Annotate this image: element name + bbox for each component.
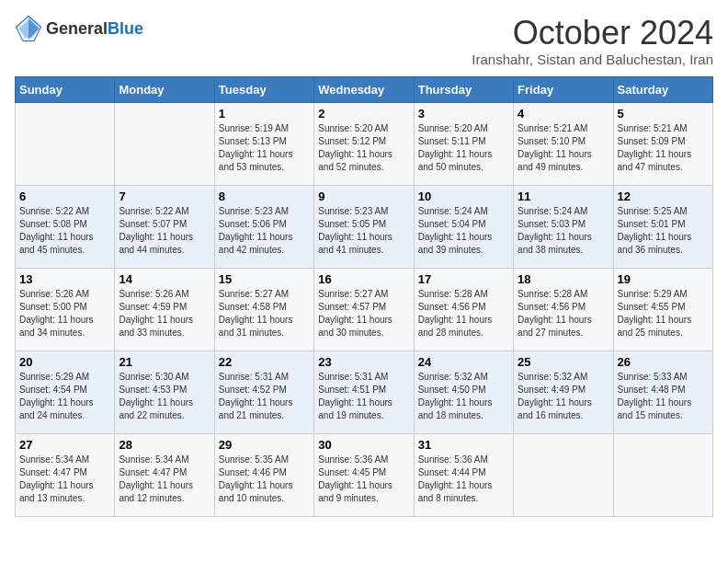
calendar-cell: 10Sunrise: 5:24 AMSunset: 5:04 PMDayligh… (414, 185, 513, 268)
day-number: 29 (219, 438, 310, 452)
calendar-cell: 13Sunrise: 5:26 AMSunset: 5:00 PMDayligh… (16, 268, 115, 350)
weekday-header: Sunday (16, 76, 115, 102)
calendar-cell: 2Sunrise: 5:20 AMSunset: 5:12 PMDaylight… (314, 102, 414, 185)
day-number: 21 (119, 355, 210, 369)
day-info: Sunrise: 5:34 AMSunset: 4:47 PMDaylight:… (19, 454, 110, 505)
day-info: Sunrise: 5:20 AMSunset: 5:11 PMDaylight:… (418, 122, 509, 174)
day-number: 5 (618, 107, 709, 121)
day-number: 26 (618, 355, 709, 369)
day-number: 22 (219, 355, 310, 369)
calendar-cell: 6Sunrise: 5:22 AMSunset: 5:08 PMDaylight… (16, 185, 115, 268)
calendar-cell: 23Sunrise: 5:31 AMSunset: 4:51 PMDayligh… (314, 350, 414, 433)
day-info: Sunrise: 5:19 AMSunset: 5:13 PMDaylight:… (219, 122, 310, 174)
weekday-header: Monday (115, 76, 214, 102)
calendar-cell: 3Sunrise: 5:20 AMSunset: 5:11 PMDaylight… (414, 102, 513, 185)
day-info: Sunrise: 5:21 AMSunset: 5:09 PMDaylight:… (618, 122, 709, 174)
day-info: Sunrise: 5:32 AMSunset: 4:49 PMDaylight:… (518, 371, 609, 422)
calendar-cell: 29Sunrise: 5:35 AMSunset: 4:46 PMDayligh… (214, 433, 313, 516)
calendar-cell: 19Sunrise: 5:29 AMSunset: 4:55 PMDayligh… (613, 268, 712, 350)
day-number: 28 (119, 438, 210, 452)
day-info: Sunrise: 5:23 AMSunset: 5:05 PMDaylight:… (318, 205, 409, 257)
day-info: Sunrise: 5:29 AMSunset: 4:54 PMDaylight:… (19, 371, 110, 422)
day-info: Sunrise: 5:26 AMSunset: 4:59 PMDaylight:… (119, 288, 210, 339)
calendar-cell: 4Sunrise: 5:21 AMSunset: 5:10 PMDaylight… (514, 102, 613, 185)
day-info: Sunrise: 5:31 AMSunset: 4:51 PMDaylight:… (318, 371, 409, 422)
calendar-cell: 15Sunrise: 5:27 AMSunset: 4:58 PMDayligh… (214, 268, 313, 350)
day-number: 20 (19, 355, 110, 369)
day-info: Sunrise: 5:31 AMSunset: 4:52 PMDaylight:… (219, 371, 310, 422)
day-number: 10 (418, 190, 509, 203)
day-number: 14 (119, 272, 210, 286)
day-info: Sunrise: 5:25 AMSunset: 5:01 PMDaylight:… (618, 205, 709, 257)
day-info: Sunrise: 5:35 AMSunset: 4:46 PMDaylight:… (219, 454, 310, 505)
calendar-cell: 25Sunrise: 5:32 AMSunset: 4:49 PMDayligh… (514, 350, 613, 433)
day-number: 18 (518, 272, 609, 286)
calendar-week-row: 1Sunrise: 5:19 AMSunset: 5:13 PMDaylight… (16, 102, 713, 185)
calendar-cell: 5Sunrise: 5:21 AMSunset: 5:09 PMDaylight… (613, 102, 712, 185)
calendar-cell: 11Sunrise: 5:24 AMSunset: 5:03 PMDayligh… (514, 185, 613, 268)
logo-blue-text: Blue (108, 19, 143, 38)
calendar-cell: 14Sunrise: 5:26 AMSunset: 4:59 PMDayligh… (115, 268, 214, 350)
day-number: 3 (418, 107, 509, 121)
day-number: 6 (19, 190, 110, 203)
day-info: Sunrise: 5:36 AMSunset: 4:44 PMDaylight:… (418, 454, 509, 505)
weekday-header-row: SundayMondayTuesdayWednesdayThursdayFrid… (16, 76, 713, 102)
day-number: 13 (19, 272, 110, 286)
calendar-week-row: 20Sunrise: 5:29 AMSunset: 4:54 PMDayligh… (16, 350, 713, 433)
calendar-cell (115, 102, 214, 185)
day-info: Sunrise: 5:27 AMSunset: 4:58 PMDaylight:… (219, 288, 310, 339)
day-number: 8 (219, 190, 310, 203)
day-info: Sunrise: 5:28 AMSunset: 4:56 PMDaylight:… (418, 288, 509, 339)
day-number: 4 (518, 107, 609, 121)
day-number: 1 (219, 107, 310, 121)
location-title: Iranshahr, Sistan and Baluchestan, Iran (472, 52, 713, 67)
calendar-cell: 9Sunrise: 5:23 AMSunset: 5:05 PMDaylight… (314, 185, 414, 268)
calendar-cell: 1Sunrise: 5:19 AMSunset: 5:13 PMDaylight… (214, 102, 313, 185)
day-number: 12 (618, 190, 709, 203)
logo-general-text: General (46, 19, 108, 38)
day-info: Sunrise: 5:22 AMSunset: 5:07 PMDaylight:… (119, 205, 210, 257)
day-number: 24 (418, 355, 509, 369)
calendar-cell (16, 102, 115, 185)
day-number: 11 (518, 190, 609, 203)
calendar-cell: 18Sunrise: 5:28 AMSunset: 4:56 PMDayligh… (514, 268, 613, 350)
day-number: 7 (119, 190, 210, 203)
day-info: Sunrise: 5:27 AMSunset: 4:57 PMDaylight:… (318, 288, 409, 339)
day-info: Sunrise: 5:32 AMSunset: 4:50 PMDaylight:… (418, 371, 509, 422)
day-info: Sunrise: 5:30 AMSunset: 4:53 PMDaylight:… (119, 371, 210, 422)
day-info: Sunrise: 5:24 AMSunset: 5:03 PMDaylight:… (518, 205, 609, 257)
calendar-table: SundayMondayTuesdayWednesdayThursdayFrid… (15, 76, 713, 517)
day-number: 30 (318, 438, 409, 452)
calendar-cell: 22Sunrise: 5:31 AMSunset: 4:52 PMDayligh… (214, 350, 313, 433)
weekday-header: Friday (514, 76, 613, 102)
calendar-cell: 17Sunrise: 5:28 AMSunset: 4:56 PMDayligh… (414, 268, 513, 350)
calendar-cell: 26Sunrise: 5:33 AMSunset: 4:48 PMDayligh… (613, 350, 712, 433)
day-number: 17 (418, 272, 509, 286)
day-number: 2 (318, 107, 409, 121)
weekday-header: Tuesday (214, 76, 313, 102)
logo-icon (15, 15, 42, 42)
calendar-cell: 24Sunrise: 5:32 AMSunset: 4:50 PMDayligh… (414, 350, 513, 433)
day-info: Sunrise: 5:22 AMSunset: 5:08 PMDaylight:… (19, 205, 110, 257)
calendar-cell: 16Sunrise: 5:27 AMSunset: 4:57 PMDayligh… (314, 268, 414, 350)
calendar-cell: 21Sunrise: 5:30 AMSunset: 4:53 PMDayligh… (115, 350, 214, 433)
weekday-header: Wednesday (314, 76, 414, 102)
calendar-cell: 28Sunrise: 5:34 AMSunset: 4:47 PMDayligh… (115, 433, 214, 516)
day-info: Sunrise: 5:24 AMSunset: 5:04 PMDaylight:… (418, 205, 509, 257)
day-info: Sunrise: 5:36 AMSunset: 4:45 PMDaylight:… (318, 454, 409, 505)
day-number: 19 (618, 272, 709, 286)
day-info: Sunrise: 5:26 AMSunset: 5:00 PMDaylight:… (19, 288, 110, 339)
calendar-cell: 20Sunrise: 5:29 AMSunset: 4:54 PMDayligh… (16, 350, 115, 433)
month-title: October 2024 (472, 15, 713, 52)
day-info: Sunrise: 5:21 AMSunset: 5:10 PMDaylight:… (518, 122, 609, 174)
calendar-week-row: 13Sunrise: 5:26 AMSunset: 5:00 PMDayligh… (16, 268, 713, 350)
calendar-cell (514, 433, 613, 516)
title-block: October 2024 Iranshahr, Sistan and Baluc… (472, 15, 713, 67)
day-number: 15 (219, 272, 310, 286)
calendar-week-row: 6Sunrise: 5:22 AMSunset: 5:08 PMDaylight… (16, 185, 713, 268)
logo: GeneralBlue (15, 15, 143, 42)
day-number: 9 (318, 190, 409, 203)
day-info: Sunrise: 5:28 AMSunset: 4:56 PMDaylight:… (518, 288, 609, 339)
calendar-cell: 30Sunrise: 5:36 AMSunset: 4:45 PMDayligh… (314, 433, 414, 516)
day-info: Sunrise: 5:23 AMSunset: 5:06 PMDaylight:… (219, 205, 310, 257)
